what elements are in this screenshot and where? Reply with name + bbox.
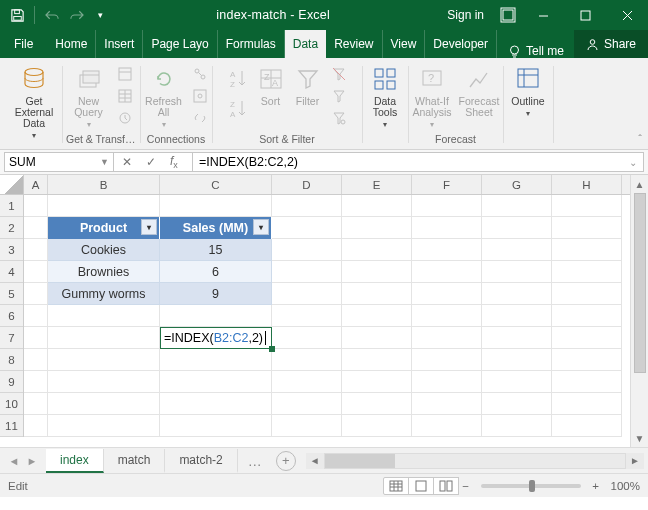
row-header[interactable]: 2 (0, 217, 23, 239)
row-header[interactable]: 3 (0, 239, 23, 261)
properties-icon[interactable] (189, 86, 211, 106)
tab-insert[interactable]: Insert (96, 30, 143, 58)
show-queries-icon[interactable] (114, 64, 136, 84)
sheet-next-icon[interactable]: ► (24, 455, 40, 467)
tab-file[interactable]: File (0, 30, 47, 58)
horizontal-scrollbar[interactable]: ◄ ► (306, 453, 644, 469)
filter-button[interactable]: Filter (291, 62, 325, 107)
enter-formula-icon[interactable]: ✓ (146, 155, 160, 169)
tab-page-layout[interactable]: Page Layo (143, 30, 217, 58)
save-icon[interactable] (8, 6, 26, 24)
reapply-icon[interactable] (328, 86, 350, 106)
sheet-tab[interactable]: match (104, 449, 166, 473)
close-button[interactable] (606, 0, 648, 30)
sort-button[interactable]: ZA Sort (254, 62, 288, 107)
scroll-down-icon[interactable]: ▼ (631, 429, 648, 447)
scroll-up-icon[interactable]: ▲ (631, 175, 648, 193)
tab-data[interactable]: Data (285, 30, 326, 58)
row-header[interactable]: 10 (0, 393, 23, 415)
row-header[interactable]: 9 (0, 371, 23, 393)
share-button[interactable]: Share (574, 30, 648, 58)
advanced-filter-icon[interactable] (328, 108, 350, 128)
clear-filter-icon[interactable] (328, 64, 350, 84)
forecast-sheet-button[interactable]: ForecastSheet (457, 62, 501, 118)
tab-formulas[interactable]: Formulas (218, 30, 285, 58)
scroll-thumb[interactable] (634, 193, 646, 373)
redo-icon[interactable] (67, 6, 85, 24)
tab-view[interactable]: View (383, 30, 426, 58)
scroll-thumb[interactable] (325, 454, 395, 468)
maximize-button[interactable] (564, 0, 606, 30)
filter-dropdown-icon[interactable]: ▾ (141, 219, 157, 235)
active-cell[interactable]: =INDEX(B2:C2,2) (160, 327, 272, 349)
refresh-all-button[interactable]: RefreshAll ▾ (142, 62, 186, 129)
table-cell[interactable]: Cookies (48, 239, 160, 261)
normal-view-button[interactable] (383, 477, 409, 495)
table-header-cell[interactable]: Sales (MM)▾ (160, 217, 272, 239)
table-cell[interactable]: 9 (160, 283, 272, 305)
table-cell[interactable]: Gummy worms (48, 283, 160, 305)
col-header[interactable]: C (160, 175, 272, 194)
col-header[interactable]: A (24, 175, 48, 194)
row-header[interactable]: 6 (0, 305, 23, 327)
from-table-icon[interactable] (114, 86, 136, 106)
cells[interactable]: Product▾ Sales (MM)▾ Cookies 15 Brownies… (24, 195, 622, 437)
table-cell[interactable]: Brownies (48, 261, 160, 283)
vertical-scrollbar[interactable]: ▲ ▼ (630, 175, 648, 447)
outline-button[interactable]: Outline ▾ (506, 62, 550, 118)
formula-bar[interactable]: =INDEX(B2:C2,2) ⌄ (193, 152, 644, 172)
sign-in-link[interactable]: Sign in (437, 8, 494, 22)
tell-me[interactable]: Tell me (498, 44, 574, 58)
zoom-knob[interactable] (529, 480, 535, 492)
add-sheet-button[interactable]: + (276, 451, 296, 471)
tab-review[interactable]: Review (326, 30, 382, 58)
row-header[interactable]: 8 (0, 349, 23, 371)
account-icon[interactable] (494, 0, 522, 30)
cancel-formula-icon[interactable]: ✕ (122, 155, 136, 169)
scroll-left-icon[interactable]: ◄ (306, 453, 324, 469)
col-header[interactable]: B (48, 175, 160, 194)
minimize-button[interactable] (522, 0, 564, 30)
col-header[interactable]: F (412, 175, 482, 194)
insert-function-icon[interactable]: fx (170, 154, 184, 170)
scroll-right-icon[interactable]: ► (626, 453, 644, 469)
tab-home[interactable]: Home (47, 30, 96, 58)
name-box-dropdown-icon[interactable]: ▼ (100, 157, 109, 167)
col-header[interactable]: E (342, 175, 412, 194)
page-break-view-button[interactable] (433, 477, 459, 495)
sheet-prev-icon[interactable]: ◄ (6, 455, 22, 467)
connections-icon[interactable] (189, 64, 211, 84)
sort-desc-icon[interactable]: ZA (225, 94, 251, 124)
undo-icon[interactable] (43, 6, 61, 24)
name-box[interactable]: SUM ▼ (4, 152, 114, 172)
col-header[interactable]: G (482, 175, 552, 194)
page-layout-view-button[interactable] (408, 477, 434, 495)
table-header-cell[interactable]: Product▾ (48, 217, 160, 239)
zoom-out-button[interactable]: − (459, 480, 473, 492)
row-header[interactable]: 7 (0, 327, 23, 349)
tab-developer[interactable]: Developer (425, 30, 497, 58)
new-query-button[interactable]: NewQuery ▾ (67, 62, 111, 129)
sort-asc-icon[interactable]: AZ (225, 64, 251, 94)
row-header[interactable]: 1 (0, 195, 23, 217)
col-header[interactable]: D (272, 175, 342, 194)
table-cell[interactable]: 6 (160, 261, 272, 283)
fill-handle[interactable] (269, 346, 275, 352)
table-cell[interactable]: 15 (160, 239, 272, 261)
zoom-level[interactable]: 100% (611, 480, 640, 492)
qat-customize-icon[interactable]: ▾ (91, 6, 109, 24)
col-header[interactable]: H (552, 175, 622, 194)
what-if-button[interactable]: ? What-IfAnalysis ▾ (410, 62, 454, 129)
row-header[interactable]: 11 (0, 415, 23, 437)
recent-sources-icon[interactable] (114, 108, 136, 128)
expand-formula-icon[interactable]: ⌄ (629, 157, 637, 168)
collapse-ribbon-icon[interactable]: ˆ (638, 133, 642, 145)
sheet-more-icon[interactable]: … (238, 453, 272, 469)
zoom-in-button[interactable]: + (589, 480, 603, 492)
sheet-tab[interactable]: match-2 (165, 449, 237, 473)
edit-links-icon[interactable] (189, 108, 211, 128)
get-external-data-button[interactable]: Get ExternalData ▾ (8, 62, 60, 140)
zoom-slider[interactable] (481, 484, 581, 488)
filter-dropdown-icon[interactable]: ▾ (253, 219, 269, 235)
row-header[interactable]: 5 (0, 283, 23, 305)
